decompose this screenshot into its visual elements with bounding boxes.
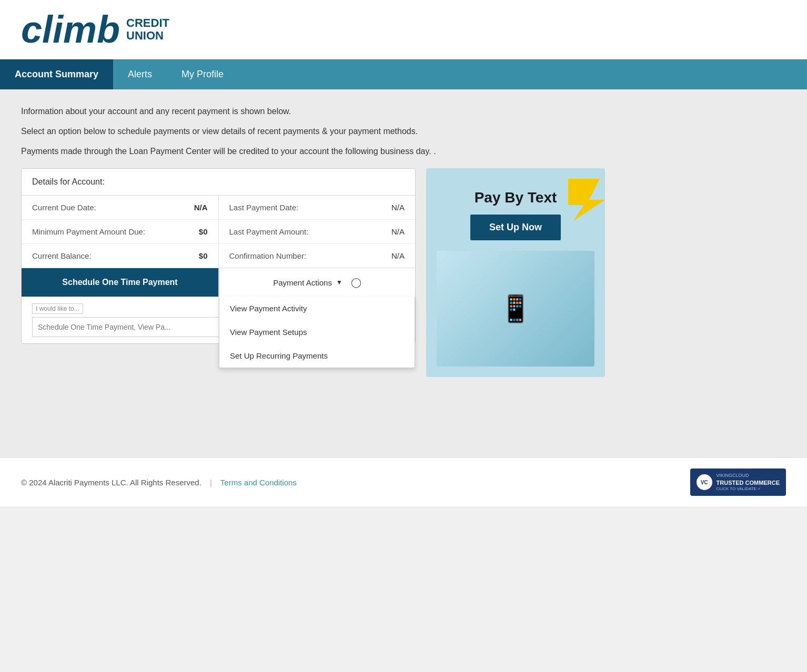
main-content: Information about your account and any r…	[0, 89, 807, 457]
badge-icon: VC	[697, 474, 712, 490]
card-row: Details for Account: Current Due Date: N…	[21, 168, 786, 377]
confirmation-value: N/A	[391, 251, 405, 260]
promo-phone-image: 📱	[437, 251, 594, 366]
footer-copyright: © 2024 Alacriti Payments LLC. All Rights…	[21, 478, 201, 487]
badge-text: VIKINGCLOUD TRUSTED COMMERCE CLICK TO VA…	[717, 473, 780, 492]
cursor-icon: ◯	[351, 277, 361, 288]
info-text-2: Select an option below to schedule payme…	[21, 125, 786, 138]
table-row-min-payment: Minimum Payment Amount Due: $0 Last Paym…	[22, 220, 415, 244]
current-balance-value: $0	[199, 251, 208, 260]
logo-credit-union: CREDIT UNION	[126, 17, 169, 42]
footer-divider: |	[210, 478, 212, 487]
schedule-payment-button[interactable]: Schedule One Time Payment	[22, 268, 218, 297]
account-card: Details for Account: Current Due Date: N…	[21, 168, 416, 344]
nav-my-profile[interactable]: My Profile	[167, 59, 238, 89]
payment-actions-dropdown: View Payment Activity View Payment Setup…	[219, 297, 415, 368]
badge-main-text: TRUSTED COMMERCE	[717, 479, 780, 486]
yellow-arrow-icon	[563, 174, 605, 221]
last-payment-amount-value: N/A	[391, 227, 405, 236]
current-due-date-value: N/A	[194, 203, 208, 212]
badge-sub-text: CLICK TO VALIDATE ✓	[717, 486, 780, 492]
payment-actions-button[interactable]: Payment Actions ▼ ◯	[219, 268, 415, 297]
info-text-3: Payments made through the Loan Payment C…	[21, 145, 786, 158]
table-row-balance: Current Balance: $0 Confirmation Number:…	[22, 244, 415, 268]
footer-left: © 2024 Alacriti Payments LLC. All Rights…	[21, 478, 297, 487]
dropdown-arrow-icon: ▼	[336, 279, 342, 286]
dropdown-item-recurring[interactable]: Set Up Recurring Payments	[219, 344, 415, 368]
current-due-date-label: Current Due Date:	[32, 203, 96, 212]
current-balance-label: Current Balance:	[32, 251, 92, 260]
dropdown-item-view-activity[interactable]: View Payment Activity	[219, 297, 415, 320]
header: climb CREDIT UNION	[0, 0, 807, 59]
phone-icon: 📱	[499, 293, 532, 324]
nav-alerts[interactable]: Alerts	[113, 59, 167, 89]
setup-now-button[interactable]: Set Up Now	[470, 215, 561, 240]
dropdown-item-view-setups[interactable]: View Payment Setups	[219, 320, 415, 344]
terms-conditions-link[interactable]: Terms and Conditions	[220, 478, 297, 487]
logo-climb: climb	[21, 11, 120, 48]
action-row: Schedule One Time Payment Payment Action…	[22, 268, 415, 297]
details-table: Current Due Date: N/A Last Payment Date:…	[22, 196, 415, 268]
nav-bar: Account Summary Alerts My Profile	[0, 59, 807, 89]
confirmation-label: Confirmation Number:	[229, 251, 307, 260]
yellow-arrow-container	[563, 174, 605, 223]
badge-top-text: VIKINGCLOUD	[717, 473, 780, 479]
info-text-1: Information about your account and any r…	[21, 105, 786, 118]
nav-account-summary[interactable]: Account Summary	[0, 59, 113, 89]
card-header: Details for Account:	[22, 169, 415, 196]
svg-marker-0	[568, 179, 605, 221]
last-payment-date-value: N/A	[391, 203, 405, 212]
payment-actions-label: Payment Actions	[273, 278, 332, 287]
last-payment-date-label: Last Payment Date:	[229, 203, 299, 212]
last-payment-amount-label: Last Payment Amount:	[229, 227, 309, 236]
payment-actions-container: Payment Actions ▼ ◯ View Payment Activit…	[218, 268, 415, 297]
would-like-label: I would like to...	[32, 303, 83, 314]
min-payment-label: Minimum Payment Amount Due:	[32, 227, 145, 236]
trusted-badge[interactable]: VC VIKINGCLOUD TRUSTED COMMERCE CLICK TO…	[690, 469, 786, 496]
promo-card: Pay By Text Set Up Now 📱	[426, 168, 605, 377]
logo-container: climb CREDIT UNION	[21, 11, 786, 48]
card-body: Current Due Date: N/A Last Payment Date:…	[22, 196, 415, 343]
footer: © 2024 Alacriti Payments LLC. All Rights…	[0, 457, 807, 506]
min-payment-value: $0	[199, 227, 208, 236]
promo-title: Pay By Text	[475, 189, 557, 206]
table-row-due-date: Current Due Date: N/A Last Payment Date:…	[22, 196, 415, 220]
